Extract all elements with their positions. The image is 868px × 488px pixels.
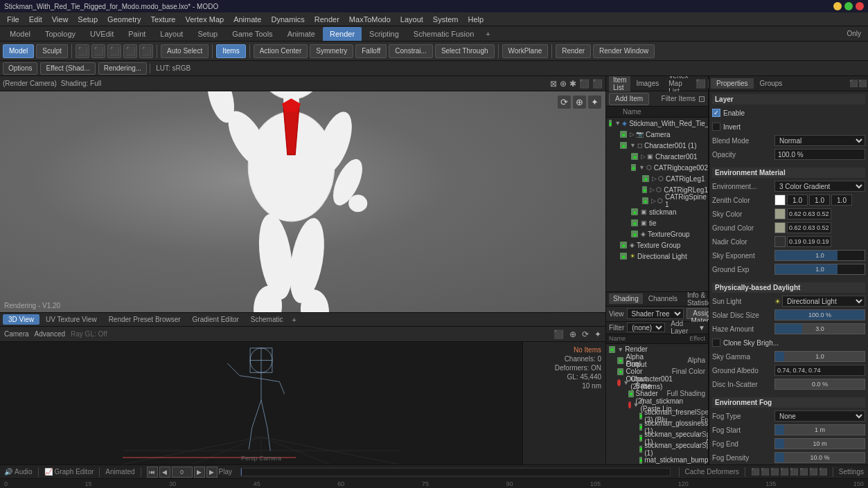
vp-ctrl-5[interactable]: ⬛ [592,79,603,89]
invert-checkbox[interactable] [712,123,720,131]
menu-layout[interactable]: Layout [396,14,427,25]
menu-edit[interactable]: Edit [25,14,46,25]
preview-icon-1[interactable]: ⬛ [553,329,564,339]
menu-view[interactable]: View [48,14,73,25]
zenith-r[interactable]: 1.0 [787,195,808,206]
menu-system[interactable]: System [429,14,463,25]
vp-ctrl-4[interactable]: ⬛ [579,79,590,89]
animated-button[interactable]: Animated [105,468,134,476]
model-button[interactable]: Model [3,44,34,58]
symmetry-button[interactable]: Symmetry [310,44,353,58]
menu-dynamics[interactable]: Dynamics [267,14,308,25]
action-center-button[interactable]: Action Center [254,44,308,58]
tree-directional-light[interactable]: ● ☀ Directional Light [606,251,708,262]
ground-exp-slider[interactable]: 1.0 [774,264,865,275]
toolbar-icon-5[interactable]: ⬛ [139,44,153,58]
sky-gamma-slider[interactable]: 1.0 [774,351,865,362]
channels-tab[interactable]: Channels [644,293,682,304]
clone-sky-checkbox[interactable] [712,338,720,347]
tree-catrigspine[interactable]: ● ▷ ⬡ CATRigSpine 1 [606,195,708,206]
add-item-button[interactable]: Add Item [609,93,649,105]
vp-nav-zoom[interactable]: ⊕ [573,96,586,109]
btab-uv[interactable]: UV Texture View [40,314,103,325]
preview-advanced-btn[interactable]: Advanced [35,330,65,338]
options-button[interactable]: Options [3,62,37,75]
ground-color-swatch[interactable] [774,222,786,233]
tab-scripting[interactable]: Scripting [362,27,406,41]
item-list-tab[interactable]: Item List [609,76,630,93]
tree-character001-mesh[interactable]: ● ▷ ▣ Character001 [606,151,708,162]
settings-label[interactable]: Settings [839,468,864,476]
tab-render[interactable]: Render [323,27,362,41]
items-button[interactable]: Items [216,44,245,58]
props-settings-icon[interactable]: ⬛ [858,80,867,87]
properties-tab[interactable]: Properties [711,78,754,89]
toolbar-icon-3[interactable]: ⬛ [107,44,121,58]
maximize-button[interactable] [844,2,853,10]
shader-specular-col[interactable]: ● stickman_specular (1) Specular Color [606,444,708,455]
btab-3dview[interactable]: 3D View [3,314,39,325]
graph-editor-button[interactable]: 📈 Graph Editor [44,468,94,476]
haze-slider[interactable]: 3.0 [774,323,865,334]
preview-icon-4[interactable]: ✦ [594,329,601,339]
vp-nav-rotate[interactable]: ⟳ [558,96,571,109]
audio-button[interactable]: 🔊 Audio [4,468,33,476]
select-through-button[interactable]: Select Through [435,44,495,58]
vp-nav-settings[interactable]: ✦ [588,96,601,109]
tab-setup[interactable]: Setup [191,27,224,41]
menu-maxomodo[interactable]: MaxToModo [345,14,395,25]
status-icon-8[interactable]: ⬛ [819,468,827,476]
tree-texturegroup2[interactable]: ● ◈ Texture Group [606,240,708,251]
fog-density-slider[interactable]: 10.0 % [774,452,865,463]
btab-presets[interactable]: Render Preset Browser [103,314,186,325]
tab-layout[interactable]: Layout [153,27,190,41]
vp-ctrl-1[interactable]: ⊠ [550,79,557,89]
tree-character001-group[interactable]: ● ▼ ◻ Character001 (1) [606,140,708,151]
effect-button[interactable]: Effect (Shad... [40,62,95,75]
menu-help[interactable]: Help [464,14,488,25]
close-button[interactable] [856,2,864,10]
falloff-button[interactable]: Falloff [355,44,387,58]
3d-viewport[interactable]: ⟳ ⊕ ✦ Rendering - V1.20 [0,91,605,312]
status-icon-3[interactable]: ⬛ [770,468,779,476]
menu-render[interactable]: Render [310,14,344,25]
vp-ctrl-2[interactable]: ⊕ [560,79,567,89]
scene-tree[interactable]: ● ▼ ◈ Stickman_With_Red_Tie_Rigged_f... … [606,118,708,291]
tab-topology[interactable]: Topology [38,27,82,41]
tree-texturegroup1[interactable]: ● ◈ TextureGroup [606,228,708,240]
menu-vertex-map[interactable]: Vertex Map [181,14,228,25]
transport-prev[interactable]: ◀ [159,467,170,478]
fog-type-select[interactable]: None [774,410,865,422]
groups-tab[interactable]: Groups [754,78,788,89]
sky-exp-slider[interactable]: 1.0 [774,250,865,261]
fog-start-slider[interactable]: 1 m [774,424,865,435]
minimize-button[interactable] [833,2,842,10]
menu-setup[interactable]: Setup [73,14,102,25]
vp-ctrl-3[interactable]: ✱ [569,79,576,89]
tree-camera[interactable]: ● ▷ 📷 Camera [606,129,708,140]
tree-item-scene[interactable]: ● ▼ ◈ Stickman_With_Red_Tie_Rigged_f... [606,118,708,129]
add-layer-dropdown[interactable]: ▼ [698,324,705,332]
scene-settings-icon[interactable]: ⬛ [696,79,706,89]
images-tab[interactable]: Images [632,78,663,89]
tab-game-tools[interactable]: Game Tools [225,27,280,41]
only-toggle[interactable]: Only [842,30,865,37]
tab-uvedit[interactable]: UVEdit [83,27,121,41]
nadir-color-swatch[interactable] [774,236,786,247]
btab-schematic[interactable]: Schematic [245,314,289,325]
menu-geometry[interactable]: Geometry [103,14,145,25]
sculpt-button[interactable]: Sculpt [36,44,68,58]
menu-file[interactable]: File [3,14,24,25]
toolbar-icon-1[interactable]: ⬛ [76,44,89,58]
disc-inscatter-slider[interactable]: 0.0 % [774,379,865,390]
menu-animate[interactable]: Animate [229,14,265,25]
cache-deformers-button[interactable]: Cache Deformers [685,468,739,476]
tab-schematic-fusion[interactable]: Schematic Fusion [407,27,481,41]
toolbar-icon-2[interactable]: ⬛ [91,44,105,58]
menu-texture[interactable]: Texture [146,14,179,25]
sun-light-select[interactable]: Directional Light [782,296,865,307]
sky-color-swatch[interactable] [774,208,786,219]
preview-mini-3d[interactable]: Persp Camera [0,342,522,464]
shader-render[interactable]: ● ▼ Render [606,344,708,355]
tab-animate[interactable]: Animate [281,27,322,41]
